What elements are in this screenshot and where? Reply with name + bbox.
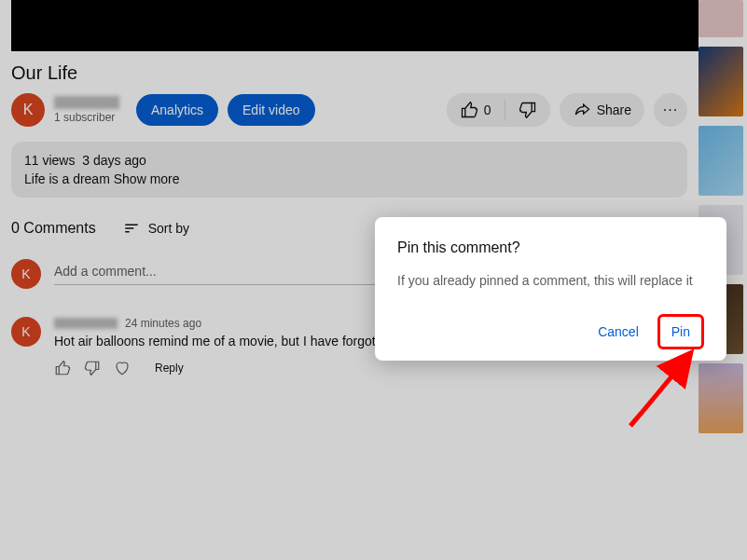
highlight-box: Pin: [657, 314, 704, 349]
pin-button[interactable]: Pin: [662, 319, 699, 345]
cancel-button[interactable]: Cancel: [587, 317, 650, 347]
pin-comment-dialog: Pin this comment? If you already pinned …: [375, 217, 726, 361]
dialog-title: Pin this comment?: [397, 239, 704, 256]
dialog-body: If you already pinned a comment, this wi…: [397, 273, 704, 288]
